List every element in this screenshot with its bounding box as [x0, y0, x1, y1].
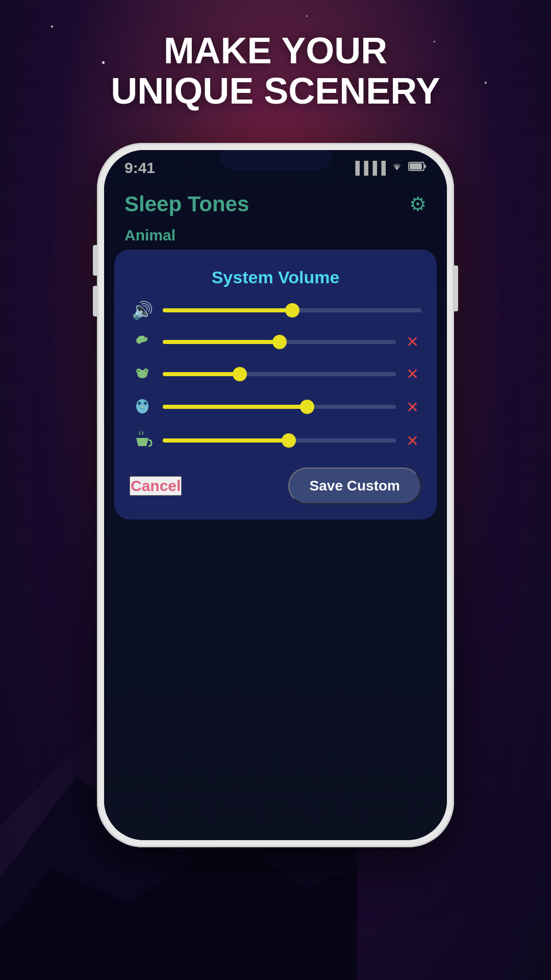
owl-slider-track[interactable]	[163, 405, 396, 409]
coffee-slider-track[interactable]	[163, 438, 396, 443]
phone-notch	[219, 150, 332, 170]
headline-line2: UNIQUE SCENERY	[0, 71, 551, 111]
bird-remove-button[interactable]: ✕	[404, 333, 421, 351]
system-volume-row: 🔊	[130, 300, 421, 321]
svg-rect-5	[26, 944, 38, 980]
coffee-remove-button[interactable]: ✕	[404, 432, 421, 450]
svg-point-31	[145, 370, 147, 373]
bird-slider-track[interactable]	[163, 340, 396, 344]
bird-slider-fill	[163, 340, 280, 344]
svg-rect-9	[337, 942, 349, 980]
bird-volume-icon	[130, 331, 155, 353]
app-screen: 9:41 ▐▐▐▐	[104, 150, 447, 840]
star	[51, 26, 53, 28]
svg-point-35	[138, 402, 141, 405]
owl-slider-thumb[interactable]	[300, 400, 314, 414]
coffee-slider-fill	[163, 438, 289, 443]
power-button[interactable]	[454, 265, 458, 311]
modal-actions: Cancel Save Custom	[130, 468, 421, 504]
frog-remove-button[interactable]: ✕	[404, 365, 421, 383]
owl-slider-fill	[163, 405, 307, 409]
volume-up-button[interactable]	[93, 245, 97, 276]
coffee-slider-thumb[interactable]	[282, 433, 296, 448]
frog-volume-icon	[130, 363, 155, 385]
volume-modal: System Volume 🔊	[114, 250, 437, 520]
volume-down-button[interactable]	[93, 286, 97, 316]
frog-volume-row: ✕	[130, 363, 421, 385]
phone-screen: 9:41 ▐▐▐▐	[104, 150, 447, 840]
owl-volume-row: ✕	[130, 395, 421, 419]
coffee-volume-icon	[130, 429, 155, 452]
coffee-volume-row: ✕	[130, 429, 421, 452]
phone-frame: 9:41 ▐▐▐▐	[97, 143, 454, 847]
frog-slider-track[interactable]	[163, 372, 396, 376]
frog-slider-fill	[163, 372, 240, 376]
bird-volume-row: ✕	[130, 331, 421, 353]
owl-volume-icon	[130, 395, 155, 419]
svg-point-36	[144, 402, 147, 405]
owl-remove-button[interactable]: ✕	[404, 398, 421, 416]
frog-slider-thumb[interactable]	[233, 367, 247, 381]
page-headline: MAKE YOUR UNIQUE SCENERY	[0, 31, 551, 111]
speaker-icon: 🔊	[130, 300, 155, 321]
modal-title: System Volume	[130, 267, 421, 287]
svg-point-30	[138, 370, 140, 373]
system-slider-track[interactable]	[163, 308, 421, 312]
save-custom-button[interactable]: Save Custom	[288, 468, 421, 504]
system-slider-fill	[163, 308, 292, 312]
star	[306, 15, 308, 17]
bird-slider-thumb[interactable]	[272, 335, 287, 349]
system-slider-thumb[interactable]	[285, 303, 299, 317]
headline-line1: MAKE YOUR	[0, 31, 551, 71]
cancel-button[interactable]: Cancel	[130, 476, 182, 496]
